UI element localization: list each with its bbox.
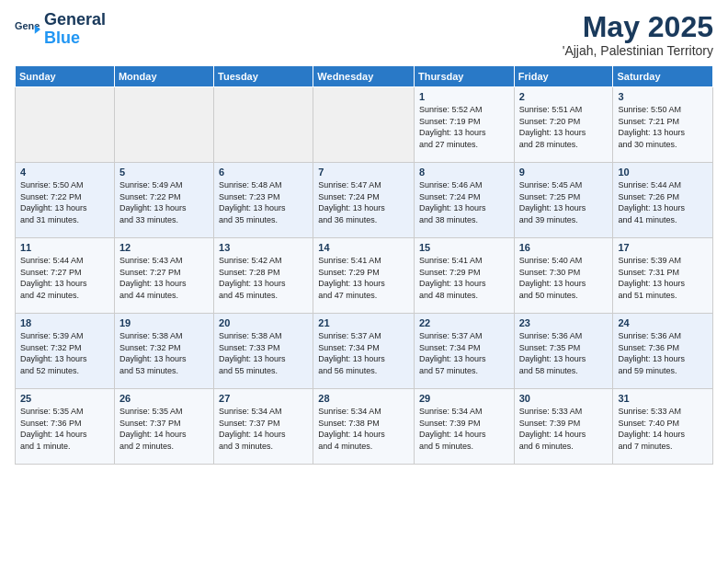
day-info: Sunrise: 5:33 AM Sunset: 7:39 PM Dayligh… <box>519 406 609 452</box>
day-number: 15 <box>419 242 509 253</box>
calendar-cell-w5-d1: 25Sunrise: 5:35 AM Sunset: 7:36 PM Dayli… <box>16 389 115 465</box>
page: General GeneralBlue May 2025 'Ajjah, Pal… <box>0 0 728 563</box>
day-info: Sunrise: 5:46 AM Sunset: 7:24 PM Dayligh… <box>419 179 509 225</box>
calendar-cell-w1-d1 <box>16 87 115 163</box>
calendar-cell-w5-d7: 31Sunrise: 5:33 AM Sunset: 7:40 PM Dayli… <box>613 389 713 465</box>
day-number: 3 <box>618 91 708 102</box>
col-friday: Friday <box>514 66 613 87</box>
calendar-cell-w5-d6: 30Sunrise: 5:33 AM Sunset: 7:39 PM Dayli… <box>514 389 613 465</box>
logo: General GeneralBlue <box>15 11 106 48</box>
day-number: 20 <box>219 317 308 328</box>
col-tuesday: Tuesday <box>214 66 313 87</box>
col-wednesday: Wednesday <box>313 66 415 87</box>
day-info: Sunrise: 5:36 AM Sunset: 7:36 PM Dayligh… <box>618 330 708 376</box>
calendar-cell-w4-d1: 18Sunrise: 5:39 AM Sunset: 7:32 PM Dayli… <box>16 314 115 389</box>
week-row-5: 25Sunrise: 5:35 AM Sunset: 7:36 PM Dayli… <box>16 389 713 465</box>
calendar-cell-w4-d2: 19Sunrise: 5:38 AM Sunset: 7:32 PM Dayli… <box>114 314 213 389</box>
day-info: Sunrise: 5:34 AM Sunset: 7:37 PM Dayligh… <box>219 406 308 452</box>
calendar-cell-w1-d5: 1Sunrise: 5:52 AM Sunset: 7:19 PM Daylig… <box>414 87 514 163</box>
calendar-cell-w2-d5: 8Sunrise: 5:46 AM Sunset: 7:24 PM Daylig… <box>414 163 514 238</box>
calendar-cell-w4-d4: 21Sunrise: 5:37 AM Sunset: 7:34 PM Dayli… <box>313 314 415 389</box>
week-row-4: 18Sunrise: 5:39 AM Sunset: 7:32 PM Dayli… <box>16 314 713 389</box>
calendar-cell-w3-d1: 11Sunrise: 5:44 AM Sunset: 7:27 PM Dayli… <box>16 238 115 314</box>
day-info: Sunrise: 5:52 AM Sunset: 7:19 PM Dayligh… <box>419 104 509 150</box>
day-info: Sunrise: 5:39 AM Sunset: 7:32 PM Dayligh… <box>20 330 109 376</box>
day-number: 28 <box>318 393 409 404</box>
day-info: Sunrise: 5:37 AM Sunset: 7:34 PM Dayligh… <box>318 330 409 376</box>
day-number: 26 <box>119 393 209 404</box>
subtitle: 'Ajjah, Palestinian Territory <box>563 43 713 58</box>
week-row-2: 4Sunrise: 5:50 AM Sunset: 7:22 PM Daylig… <box>16 163 713 238</box>
day-number: 8 <box>419 167 509 178</box>
day-info: Sunrise: 5:48 AM Sunset: 7:23 PM Dayligh… <box>219 179 308 225</box>
day-number: 9 <box>519 167 609 178</box>
calendar-cell-w2-d6: 9Sunrise: 5:45 AM Sunset: 7:25 PM Daylig… <box>514 163 613 238</box>
day-number: 17 <box>618 242 708 253</box>
day-info: Sunrise: 5:50 AM Sunset: 7:21 PM Dayligh… <box>618 104 708 150</box>
day-info: Sunrise: 5:38 AM Sunset: 7:32 PM Dayligh… <box>119 330 209 376</box>
day-number: 10 <box>618 167 708 178</box>
day-number: 16 <box>519 242 609 253</box>
day-info: Sunrise: 5:40 AM Sunset: 7:30 PM Dayligh… <box>519 255 609 301</box>
calendar-header-row: Sunday Monday Tuesday Wednesday Thursday… <box>16 66 713 87</box>
day-number: 23 <box>519 317 609 328</box>
calendar-cell-w1-d2 <box>114 87 213 163</box>
day-info: Sunrise: 5:43 AM Sunset: 7:27 PM Dayligh… <box>119 255 209 301</box>
day-number: 22 <box>419 317 509 328</box>
day-info: Sunrise: 5:47 AM Sunset: 7:24 PM Dayligh… <box>318 179 409 225</box>
day-number: 30 <box>519 393 609 404</box>
main-title: May 2025 <box>563 11 713 43</box>
day-number: 21 <box>318 317 409 328</box>
calendar-cell-w2-d2: 5Sunrise: 5:49 AM Sunset: 7:22 PM Daylig… <box>114 163 213 238</box>
day-info: Sunrise: 5:35 AM Sunset: 7:37 PM Dayligh… <box>119 406 209 452</box>
day-info: Sunrise: 5:37 AM Sunset: 7:34 PM Dayligh… <box>419 330 509 376</box>
calendar-cell-w4-d3: 20Sunrise: 5:38 AM Sunset: 7:33 PM Dayli… <box>214 314 313 389</box>
day-info: Sunrise: 5:45 AM Sunset: 7:25 PM Dayligh… <box>519 179 609 225</box>
day-info: Sunrise: 5:44 AM Sunset: 7:26 PM Dayligh… <box>618 179 708 225</box>
calendar: Sunday Monday Tuesday Wednesday Thursday… <box>15 65 713 465</box>
calendar-cell-w5-d4: 28Sunrise: 5:34 AM Sunset: 7:38 PM Dayli… <box>313 389 415 465</box>
day-info: Sunrise: 5:41 AM Sunset: 7:29 PM Dayligh… <box>318 255 409 301</box>
day-info: Sunrise: 5:42 AM Sunset: 7:28 PM Dayligh… <box>219 255 308 301</box>
day-info: Sunrise: 5:51 AM Sunset: 7:20 PM Dayligh… <box>519 104 609 150</box>
day-info: Sunrise: 5:50 AM Sunset: 7:22 PM Dayligh… <box>20 179 109 225</box>
day-info: Sunrise: 5:33 AM Sunset: 7:40 PM Dayligh… <box>618 406 708 452</box>
day-info: Sunrise: 5:44 AM Sunset: 7:27 PM Dayligh… <box>20 255 109 301</box>
calendar-cell-w5-d2: 26Sunrise: 5:35 AM Sunset: 7:37 PM Dayli… <box>114 389 213 465</box>
day-info: Sunrise: 5:41 AM Sunset: 7:29 PM Dayligh… <box>419 255 509 301</box>
day-number: 18 <box>20 317 109 328</box>
calendar-cell-w1-d3 <box>214 87 313 163</box>
calendar-cell-w3-d3: 13Sunrise: 5:42 AM Sunset: 7:28 PM Dayli… <box>214 238 313 314</box>
logo-text: GeneralBlue <box>44 11 106 48</box>
week-row-3: 11Sunrise: 5:44 AM Sunset: 7:27 PM Dayli… <box>16 238 713 314</box>
day-number: 24 <box>618 317 708 328</box>
day-number: 19 <box>119 317 209 328</box>
calendar-cell-w3-d6: 16Sunrise: 5:40 AM Sunset: 7:30 PM Dayli… <box>514 238 613 314</box>
col-sunday: Sunday <box>16 66 115 87</box>
calendar-cell-w5-d3: 27Sunrise: 5:34 AM Sunset: 7:37 PM Dayli… <box>214 389 313 465</box>
calendar-cell-w2-d3: 6Sunrise: 5:48 AM Sunset: 7:23 PM Daylig… <box>214 163 313 238</box>
day-number: 7 <box>318 167 409 178</box>
day-number: 25 <box>20 393 109 404</box>
day-info: Sunrise: 5:35 AM Sunset: 7:36 PM Dayligh… <box>20 406 109 452</box>
day-number: 27 <box>219 393 308 404</box>
calendar-cell-w2-d4: 7Sunrise: 5:47 AM Sunset: 7:24 PM Daylig… <box>313 163 415 238</box>
col-thursday: Thursday <box>414 66 514 87</box>
day-number: 12 <box>119 242 209 253</box>
day-number: 4 <box>20 167 109 178</box>
day-number: 11 <box>20 242 109 253</box>
calendar-cell-w3-d5: 15Sunrise: 5:41 AM Sunset: 7:29 PM Dayli… <box>414 238 514 314</box>
calendar-cell-w2-d7: 10Sunrise: 5:44 AM Sunset: 7:26 PM Dayli… <box>613 163 713 238</box>
day-number: 29 <box>419 393 509 404</box>
day-info: Sunrise: 5:34 AM Sunset: 7:38 PM Dayligh… <box>318 406 409 452</box>
day-number: 31 <box>618 393 708 404</box>
day-info: Sunrise: 5:49 AM Sunset: 7:22 PM Dayligh… <box>119 179 209 225</box>
day-number: 14 <box>318 242 409 253</box>
calendar-cell-w3-d2: 12Sunrise: 5:43 AM Sunset: 7:27 PM Dayli… <box>114 238 213 314</box>
week-row-1: 1Sunrise: 5:52 AM Sunset: 7:19 PM Daylig… <box>16 87 713 163</box>
calendar-cell-w3-d7: 17Sunrise: 5:39 AM Sunset: 7:31 PM Dayli… <box>613 238 713 314</box>
day-number: 6 <box>219 167 308 178</box>
day-number: 5 <box>119 167 209 178</box>
calendar-cell-w4-d7: 24Sunrise: 5:36 AM Sunset: 7:36 PM Dayli… <box>613 314 713 389</box>
col-monday: Monday <box>114 66 213 87</box>
